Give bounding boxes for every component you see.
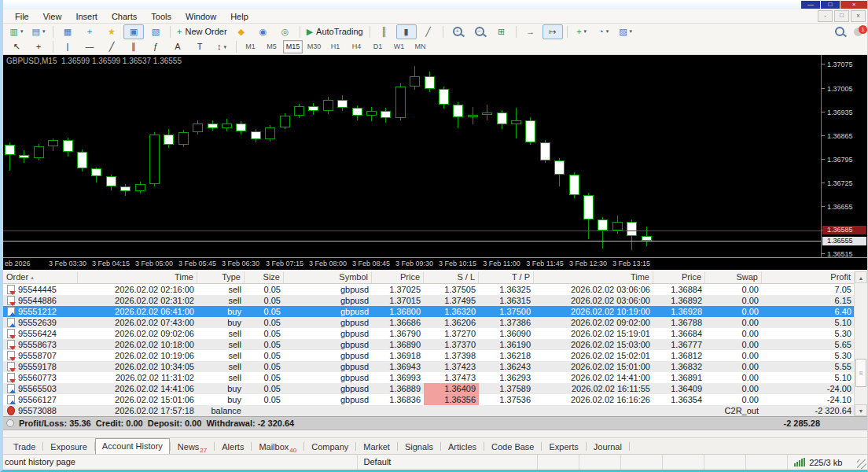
tab-news[interactable]: News27 xyxy=(171,440,214,454)
table-row[interactable]: 955587072026.02.02 10:19:06sell0.05gbpus… xyxy=(3,350,855,361)
zoom-out-button[interactable]: − xyxy=(469,24,490,39)
crosshair-tool[interactable]: + xyxy=(28,39,49,54)
line-chart-type-button[interactable]: ╱ xyxy=(418,24,439,39)
column-header-profit[interactable]: Profit xyxy=(762,271,855,283)
market-watch-button[interactable]: ▦ xyxy=(57,24,78,39)
cursor-tool[interactable]: ↖ xyxy=(6,39,27,54)
chart-plot-area[interactable]: GBPUSD,M15 1.36599 1.36599 1.36537 1.365… xyxy=(3,55,822,258)
tab-alerts[interactable]: Alerts xyxy=(215,440,251,454)
terminal-button[interactable]: ▣ xyxy=(123,24,144,39)
data-window-button[interactable]: + xyxy=(79,24,100,39)
webterminal-button[interactable]: ◎ xyxy=(275,24,296,39)
trendline-tool[interactable]: ╱ xyxy=(101,39,122,54)
indicators-button[interactable]: +▾ xyxy=(572,24,592,39)
table-scrollbar[interactable]: ▲ ▼ xyxy=(854,271,867,416)
column-header-size[interactable]: Size xyxy=(245,271,284,283)
tab-account-history[interactable]: Account History xyxy=(95,438,170,454)
new-chart-button[interactable]: ▥▾ xyxy=(6,24,27,39)
tab-mailbox[interactable]: Mailbox40 xyxy=(252,440,303,454)
table-row[interactable]: 955586732026.02.02 10:18:00sell0.05gbpus… xyxy=(3,339,855,350)
templates-button[interactable]: ▨▾ xyxy=(616,24,636,39)
scroll-up-icon[interactable]: ▲ xyxy=(855,271,867,283)
menu-insert[interactable]: Insert xyxy=(68,10,105,23)
timeframe-h4[interactable]: H4 xyxy=(347,40,366,53)
arrows-tool[interactable]: ↕▾ xyxy=(211,39,232,54)
window-close-button[interactable]: × xyxy=(840,1,867,9)
column-header-sl[interactable]: S / L xyxy=(424,271,479,283)
timeframe-m1[interactable]: M1 xyxy=(241,40,260,53)
candlestick-chart-type-button[interactable]: ▮ xyxy=(396,24,417,39)
profile-selector[interactable]: Default xyxy=(358,455,539,470)
table-row[interactable]: 955661272026.02.02 15:01:06buy0.05gbpusd… xyxy=(3,394,855,405)
bar-chart-type-button[interactable]: ║ xyxy=(374,24,395,39)
zoom-in-button[interactable]: + xyxy=(447,24,468,39)
table-row[interactable]: 955512122026.02.02 06:41:00buy0.05gbpusd… xyxy=(3,306,855,317)
table-row[interactable]: 955591782026.02.02 10:34:05sell0.05gbpus… xyxy=(3,361,855,372)
column-header-ctime[interactable]: Time xyxy=(534,271,653,283)
tab-exposure[interactable]: Exposure xyxy=(43,440,94,454)
table-row[interactable]: 955655032026.02.02 14:41:06buy0.05gbpusd… xyxy=(3,383,855,394)
tab-journal[interactable]: Journal xyxy=(587,440,629,454)
notifications-icon[interactable]: 1 xyxy=(854,28,862,36)
scrollbar-thumb[interactable] xyxy=(855,359,866,387)
tile-windows-button[interactable]: ⊞ xyxy=(491,24,512,39)
tab-company[interactable]: Company xyxy=(304,440,355,454)
chart-close-button[interactable]: x xyxy=(851,10,866,22)
chart-minimize-button[interactable]: - xyxy=(818,10,833,22)
auto-scroll-button[interactable]: → xyxy=(520,24,541,39)
profiles-button[interactable]: ▤▾ xyxy=(28,24,49,39)
tab-market[interactable]: Market xyxy=(356,440,397,454)
timeframe-d1[interactable]: D1 xyxy=(368,40,388,53)
autotrading-button[interactable]: ▶AutoTrading xyxy=(304,24,366,39)
column-header-symbol[interactable]: Symbol xyxy=(284,271,372,283)
resize-grip[interactable] xyxy=(855,455,867,470)
table-row[interactable]: 955564242026.02.02 09:02:06sell0.05gbpus… xyxy=(3,328,855,339)
vertical-line-tool[interactable]: | xyxy=(57,39,78,54)
column-header-price[interactable]: Price xyxy=(372,271,424,283)
menu-file[interactable]: File xyxy=(8,10,36,23)
tab-articles[interactable]: Articles xyxy=(441,440,484,454)
menu-tools[interactable]: Tools xyxy=(144,10,178,23)
timeframe-m15[interactable]: M15 xyxy=(283,40,303,53)
column-header-type[interactable]: Type xyxy=(197,271,245,283)
column-header-time[interactable]: Time xyxy=(78,271,197,283)
column-header-swap[interactable]: Swap xyxy=(705,271,762,283)
timeframe-h1[interactable]: H1 xyxy=(326,40,345,53)
timeframe-mn[interactable]: MN xyxy=(410,40,430,53)
tab-code-base[interactable]: Code Base xyxy=(484,440,541,454)
column-header-cprice[interactable]: Price xyxy=(653,271,705,283)
community-button[interactable]: ◉ xyxy=(253,24,274,39)
window-minimize-button[interactable]: — xyxy=(801,1,820,9)
tab-signals[interactable]: Signals xyxy=(398,440,440,454)
table-row[interactable]: 955730882026.02.02 17:57:18balanceC2R_ou… xyxy=(3,405,855,416)
menu-view[interactable]: View xyxy=(36,10,69,23)
timeframe-m30[interactable]: M30 xyxy=(304,40,324,53)
menu-help[interactable]: Help xyxy=(223,10,256,23)
label-tool[interactable]: T xyxy=(189,39,210,54)
scroll-down-icon[interactable]: ▼ xyxy=(855,404,867,416)
fibonacci-tool[interactable]: ƒ xyxy=(145,39,166,54)
column-header-tp[interactable]: T / P xyxy=(479,271,534,283)
channel-tool[interactable]: ∥ xyxy=(123,39,144,54)
periods-button[interactable]: ◔▾ xyxy=(594,24,614,39)
new-order-button[interactable]: +New Order xyxy=(175,24,230,39)
text-tool[interactable]: A xyxy=(167,39,188,54)
table-row[interactable]: 955607732026.02.02 11:31:02sell0.05gbpus… xyxy=(3,372,855,383)
search-icon[interactable] xyxy=(835,27,844,36)
chart-shift-button[interactable]: ↦ xyxy=(542,24,563,39)
window-maximize-button[interactable]: □ xyxy=(821,1,840,9)
tab-experts[interactable]: Experts xyxy=(542,440,585,454)
timeframe-w1[interactable]: W1 xyxy=(389,40,409,53)
table-row[interactable]: 955526392026.02.02 07:43:00buy0.05gbpusd… xyxy=(3,317,855,328)
column-header-order[interactable]: Order▴ xyxy=(3,271,78,283)
table-row[interactable]: 955448862026.02.02 02:31:02sell0.05gbpus… xyxy=(3,295,855,306)
menu-charts[interactable]: Charts xyxy=(105,10,144,23)
table-row[interactable]: 955444452026.02.02 02:16:00sell0.05gbpus… xyxy=(3,284,855,295)
navigator-button[interactable]: ★ xyxy=(101,24,122,39)
horizontal-line-tool[interactable]: — xyxy=(79,39,100,54)
chart-restore-button[interactable]: □ xyxy=(834,10,849,22)
menu-window[interactable]: Window xyxy=(178,10,223,23)
tab-trade[interactable]: Trade xyxy=(6,440,42,454)
timeframe-m5[interactable]: M5 xyxy=(262,40,281,53)
strategy-tester-button[interactable]: ▧ xyxy=(145,24,166,39)
